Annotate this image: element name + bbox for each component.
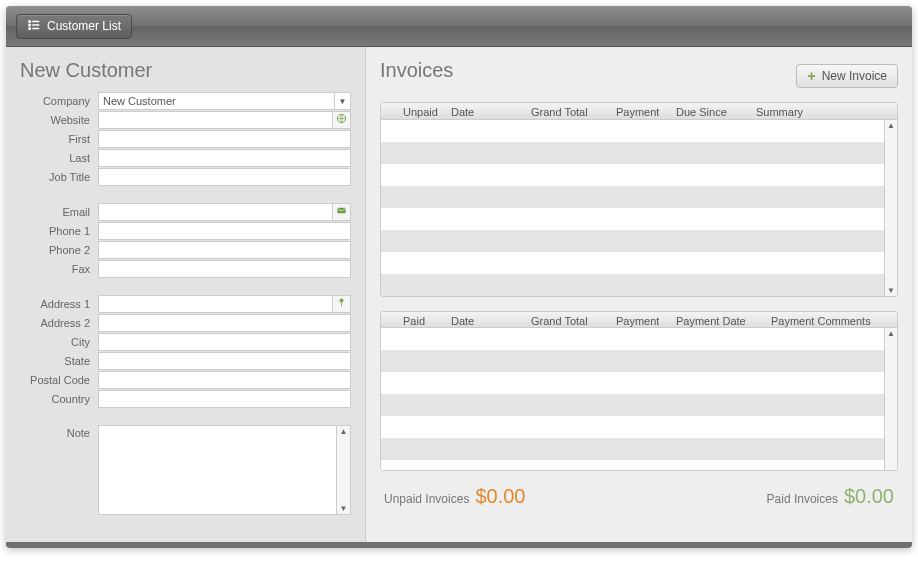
customer-form-pane: New Customer Company ▼ Website (6, 47, 366, 542)
scroll-up-icon[interactable]: ▲ (337, 426, 350, 437)
customer-list-button[interactable]: Customer List (16, 14, 132, 39)
table-row[interactable] (381, 460, 884, 471)
paid-col-comments[interactable]: Payment Comments (771, 312, 897, 327)
map-button[interactable] (333, 295, 351, 313)
svg-rect-7 (337, 208, 345, 214)
email-send-button[interactable] (333, 203, 351, 221)
table-row[interactable] (381, 328, 884, 350)
address1-input[interactable] (98, 295, 333, 313)
paid-scrollbar[interactable]: ▲ ▼ (884, 328, 897, 471)
unpaid-total-label: Unpaid Invoices (384, 492, 469, 506)
first-label: First (20, 133, 98, 145)
table-row[interactable] (381, 164, 884, 186)
unpaid-rows (381, 120, 884, 296)
paid-col-grandtotal[interactable]: Grand Total (531, 312, 616, 327)
contact-group: Email Phone 1 Phone 2 (20, 203, 351, 279)
city-input[interactable] (98, 333, 351, 351)
first-input[interactable] (98, 130, 351, 148)
jobtitle-label: Job Title (20, 171, 98, 183)
table-row[interactable] (381, 416, 884, 438)
address2-input[interactable] (98, 314, 351, 332)
table-row[interactable] (381, 372, 884, 394)
last-input[interactable] (98, 149, 351, 167)
unpaid-invoices-table: Unpaid Date Grand Total Payment Due Sinc… (380, 102, 898, 297)
table-row[interactable] (381, 274, 884, 296)
unpaid-header-row: Unpaid Date Grand Total Payment Due Sinc… (381, 103, 897, 120)
svg-point-0 (29, 20, 31, 22)
website-open-button[interactable] (333, 111, 351, 129)
country-label: Country (20, 393, 98, 405)
paid-total-label: Paid Invoices (767, 492, 838, 506)
unpaid-col-summary[interactable]: Summary (756, 103, 897, 119)
paid-rows (381, 328, 884, 471)
table-row[interactable] (381, 230, 884, 252)
top-toolbar: Customer List (6, 6, 912, 47)
app-window: Customer List New Customer Company ▼ Web… (6, 6, 912, 548)
unpaid-total-amount: $0.00 (475, 485, 525, 508)
content-area: New Customer Company ▼ Website (6, 47, 912, 548)
envelope-icon (336, 205, 347, 219)
phone1-input[interactable] (98, 222, 351, 240)
company-input[interactable] (98, 92, 335, 110)
email-input[interactable] (98, 203, 333, 221)
list-icon (27, 18, 41, 35)
scroll-down-icon[interactable]: ▼ (885, 285, 897, 296)
invoices-pane: Invoices + New Invoice Unpaid Date Grand… (366, 47, 912, 542)
website-input[interactable] (98, 111, 333, 129)
postal-input[interactable] (98, 371, 351, 389)
note-textarea[interactable] (98, 425, 337, 515)
unpaid-scrollbar[interactable]: ▲ ▼ (884, 120, 897, 296)
address1-label: Address 1 (20, 298, 98, 310)
country-input[interactable] (98, 390, 351, 408)
svg-point-2 (29, 24, 31, 26)
scroll-up-icon[interactable]: ▲ (885, 120, 897, 131)
new-invoice-label: New Invoice (822, 69, 887, 83)
paid-col-paymentdate[interactable]: Payment Date (676, 312, 771, 327)
unpaid-col-date[interactable]: Date (451, 103, 531, 119)
new-invoice-button[interactable]: + New Invoice (796, 64, 898, 88)
postal-label: Postal Code (20, 374, 98, 386)
plus-icon: + (807, 68, 815, 84)
paid-col-payment[interactable]: Payment (616, 312, 676, 327)
last-label: Last (20, 152, 98, 164)
table-row[interactable] (381, 438, 884, 460)
scroll-down-icon[interactable]: ▼ (337, 503, 350, 514)
paid-col-date[interactable]: Date (451, 312, 531, 327)
unpaid-col-duesince[interactable]: Due Since (676, 103, 756, 119)
paid-invoices-table: Paid Date Grand Total Payment Payment Da… (380, 311, 898, 471)
unpaid-col-status[interactable]: Unpaid (381, 103, 451, 119)
email-label: Email (20, 206, 98, 218)
table-row[interactable] (381, 208, 884, 230)
globe-icon (336, 113, 347, 127)
state-label: State (20, 355, 98, 367)
table-row[interactable] (381, 142, 884, 164)
unpaid-col-payment[interactable]: Payment (616, 103, 676, 119)
state-input[interactable] (98, 352, 351, 370)
website-label: Website (20, 114, 98, 126)
table-row[interactable] (381, 350, 884, 372)
table-row[interactable] (381, 120, 884, 142)
note-scrollbar[interactable]: ▲ ▼ (337, 425, 351, 515)
note-group: Note ▲ ▼ (20, 425, 351, 516)
company-dropdown-button[interactable]: ▼ (335, 92, 351, 110)
table-row[interactable] (381, 252, 884, 274)
customer-list-label: Customer List (47, 19, 121, 33)
city-label: City (20, 336, 98, 348)
table-row[interactable] (381, 186, 884, 208)
jobtitle-input[interactable] (98, 168, 351, 186)
totals-row: Unpaid Invoices $0.00 Paid Invoices $0.0… (380, 485, 898, 508)
paid-col-status[interactable]: Paid (381, 312, 451, 327)
map-pin-icon (336, 297, 347, 311)
fax-input[interactable] (98, 260, 351, 278)
invoices-title: Invoices (380, 59, 453, 82)
unpaid-col-grandtotal[interactable]: Grand Total (531, 103, 616, 119)
scroll-up-icon[interactable]: ▲ (885, 328, 897, 339)
address-group: Address 1 Address 2 City (20, 295, 351, 409)
svg-point-4 (29, 27, 31, 29)
paid-header-row: Paid Date Grand Total Payment Payment Da… (381, 312, 897, 328)
fax-label: Fax (20, 263, 98, 275)
phone2-input[interactable] (98, 241, 351, 259)
phone2-label: Phone 2 (20, 244, 98, 256)
table-row[interactable] (381, 394, 884, 416)
address2-label: Address 2 (20, 317, 98, 329)
